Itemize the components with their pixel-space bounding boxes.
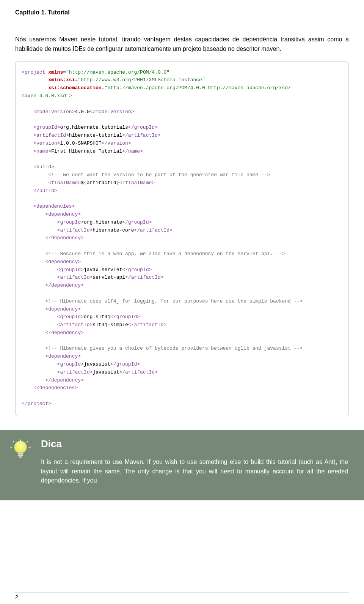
code-token: </groupId>	[128, 125, 158, 130]
intro-paragraph: Nós usaremos Maven neste tutorial, tiran…	[15, 35, 349, 54]
svg-line-7	[13, 441, 14, 442]
code-token: <name>	[22, 148, 51, 154]
code-token: <modelVersion>	[22, 109, 75, 115]
code-token: </dependency>	[22, 330, 84, 336]
code-token: <!-- Hibernate gives you a choice of byt…	[22, 345, 303, 351]
code-token: 4.0.0	[75, 109, 89, 115]
code-token: </dependency>	[22, 282, 84, 288]
code-token: <!-- we dont want the version to be part…	[22, 172, 270, 178]
code-token: <groupId>	[22, 361, 84, 367]
code-token	[22, 85, 48, 91]
code-token: </modelVersion>	[89, 109, 134, 115]
code-token: <groupId>	[22, 125, 60, 130]
code-token: </artifactId>	[122, 132, 160, 138]
code-token: <dependency>	[22, 211, 81, 217]
code-token: </artifactId>	[125, 274, 163, 280]
code-token: </dependencies>	[22, 385, 78, 391]
code-token: </artifactId>	[119, 369, 157, 375]
svg-rect-2	[18, 454, 24, 456]
svg-point-0	[14, 441, 27, 453]
code-token: <groupId>	[22, 314, 84, 320]
code-token: javassist	[84, 361, 110, 367]
code-token: <artifactId>	[22, 369, 93, 375]
code-token: <dependencies>	[22, 203, 75, 209]
tip-title: Dica	[41, 438, 348, 450]
tip-callout: Dica It is not a requirement to use Mave…	[0, 430, 364, 500]
code-token: "http://maven.apache.org/POM/4.0.0"	[66, 69, 169, 75]
code-token: <artifactId>	[22, 322, 93, 328]
code-token: slf4j-simple	[93, 322, 128, 328]
code-token: xmlns	[48, 69, 63, 75]
code-token: <version>	[22, 140, 60, 146]
page-number: 2	[15, 592, 349, 600]
code-token: </name>	[122, 148, 143, 154]
code-token: </groupId>	[110, 361, 140, 367]
code-token: <dependency>	[22, 306, 81, 312]
code-token: </groupId>	[122, 219, 152, 225]
code-token: javax.servlet	[84, 267, 122, 273]
code-token: <artifactId>	[22, 274, 93, 280]
code-token: <finalName>	[22, 180, 81, 186]
code-token: javassist	[93, 369, 119, 375]
code-token: servlet-api	[93, 274, 125, 280]
code-token	[22, 77, 48, 83]
code-token: </artifactId>	[128, 322, 166, 328]
tip-content: Dica It is not a requirement to use Mave…	[41, 430, 364, 500]
code-token: </artifactId>	[134, 227, 172, 233]
code-token: </version>	[102, 140, 131, 146]
code-token: <artifactId>	[22, 227, 93, 233]
code-token: <!-- Hibernate uses slf4j for logging, f…	[22, 298, 303, 304]
code-token: "http://www.w3.org/2001/XMLSchema-instan…	[78, 77, 205, 83]
code-token: </groupId>	[122, 267, 152, 273]
code-token: </build>	[22, 188, 57, 194]
code-token: org.hibernate	[84, 219, 122, 225]
code-token: <project	[22, 69, 48, 75]
code-token: </dependency>	[22, 377, 84, 383]
code-token: <dependency>	[22, 259, 81, 265]
code-token: "http://maven.apache.org/POM/4.0.0 http:…	[104, 85, 290, 91]
tip-body: It is not a requirement to use Maven. If…	[41, 457, 348, 486]
code-token: <groupId>	[22, 219, 84, 225]
svg-rect-1	[18, 453, 24, 454]
code-token: </groupId>	[110, 314, 140, 320]
chapter-title: Capítulo 1. Tutorial	[15, 9, 349, 16]
code-token: maven-4.0.0.xsd"	[22, 93, 69, 99]
code-token: hibernate-tutorial	[69, 132, 122, 138]
code-token: <build>	[22, 164, 54, 170]
code-token: </dependency>	[22, 235, 84, 241]
code-token: ${artifactId}	[81, 180, 119, 186]
code-token: =	[63, 69, 66, 75]
code-token: 1.0.0-SNAPSHOT	[60, 140, 101, 146]
tip-icon-column	[0, 430, 41, 500]
code-token: First Hibernate Tutorial	[51, 148, 122, 154]
svg-line-8	[27, 441, 28, 442]
code-token: org.slf4j	[84, 314, 110, 320]
code-block-pom: <project xmlns="http://maven.apache.org/…	[15, 62, 349, 416]
code-token: <dependency>	[22, 353, 81, 359]
lightbulb-icon	[9, 439, 31, 461]
code-token: </finalName>	[119, 180, 155, 186]
code-token: xsi:schemaLocation	[48, 85, 101, 91]
code-token: <!-- Because this is a web app, we also …	[22, 251, 285, 257]
code-token: >	[69, 93, 72, 99]
code-token: <artifactId>	[22, 132, 69, 138]
code-token: hibernate-core	[93, 227, 134, 233]
code-token: xmlns:xsi	[48, 77, 75, 83]
document-page: Capítulo 1. Tutorial Nós usaremos Maven …	[0, 0, 364, 604]
code-token: </project>	[22, 401, 51, 407]
svg-rect-3	[19, 456, 22, 458]
code-token: <groupId>	[22, 267, 84, 273]
code-token: org.hibernate.tutorials	[60, 125, 128, 130]
